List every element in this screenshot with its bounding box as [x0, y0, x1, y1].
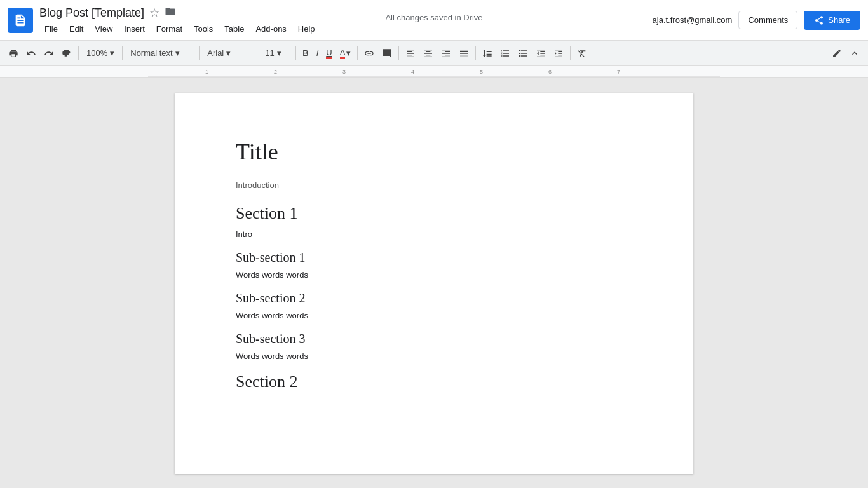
- size-dropdown-icon: ▾: [277, 48, 281, 58]
- menu-view[interactable]: View: [90, 23, 118, 35]
- menu-insert[interactable]: Insert: [119, 23, 150, 35]
- print-button[interactable]: [5, 44, 22, 62]
- bullet-list-button[interactable]: [515, 44, 531, 62]
- menu-file[interactable]: File: [39, 23, 63, 35]
- svg-text:1: 1: [205, 69, 208, 75]
- divider-9: [570, 46, 571, 60]
- svg-text:6: 6: [548, 69, 552, 75]
- divider-4: [257, 46, 257, 60]
- menu-format[interactable]: Format: [151, 23, 187, 35]
- expand-toolbar-button[interactable]: [846, 44, 863, 62]
- save-status: All changes saved in Drive: [385, 13, 482, 22]
- ruler: 1 2 3 4 5 6 7: [0, 66, 868, 78]
- svg-text:2: 2: [274, 69, 277, 75]
- subsection3-body[interactable]: Words words words: [236, 351, 632, 361]
- svg-text:3: 3: [342, 69, 346, 75]
- style-dropdown-icon: ▾: [175, 48, 180, 58]
- italic-button[interactable]: I: [313, 44, 322, 62]
- doc-introduction[interactable]: Introduction: [236, 180, 632, 190]
- divider-1: [78, 46, 79, 60]
- doc-title[interactable]: Blog Post [Template]: [39, 6, 144, 20]
- redo-button[interactable]: [41, 44, 57, 62]
- size-select[interactable]: 11 ▾: [261, 44, 292, 62]
- divider-2: [122, 46, 123, 60]
- doc-area: Title Introduction Section 1 Intro Sub-s…: [0, 78, 868, 488]
- user-email[interactable]: aja.t.frost@gmail.com: [653, 15, 733, 25]
- subsection1-body[interactable]: Words words words: [236, 270, 632, 280]
- comment-inline-button[interactable]: [379, 44, 395, 62]
- svg-text:4: 4: [411, 69, 414, 75]
- text-color-button[interactable]: A ▾: [337, 44, 355, 62]
- section1-intro[interactable]: Intro: [236, 229, 632, 239]
- menu-addons[interactable]: Add-ons: [250, 23, 291, 35]
- doc-title-area: Blog Post [Template] ☆ File Edit View In…: [39, 6, 653, 35]
- section2-heading[interactable]: Section 2: [236, 372, 632, 391]
- align-left-button[interactable]: [402, 44, 419, 62]
- divider-8: [475, 46, 476, 60]
- divider-3: [199, 46, 200, 60]
- text-color-dropdown-icon: ▾: [346, 48, 351, 58]
- page[interactable]: Title Introduction Section 1 Intro Sub-s…: [175, 93, 693, 474]
- zoom-dropdown-icon: ▾: [110, 48, 114, 58]
- align-center-button[interactable]: [420, 44, 437, 62]
- undo-button[interactable]: [23, 44, 39, 62]
- decrease-indent-button[interactable]: [532, 44, 549, 62]
- menu-bar: File Edit View Insert Format Tools Table…: [39, 23, 653, 35]
- divider-5: [295, 46, 296, 60]
- folder-icon[interactable]: [165, 6, 176, 20]
- zoom-select[interactable]: 100% ▾: [82, 44, 119, 62]
- link-button[interactable]: [361, 44, 377, 62]
- increase-indent-button[interactable]: [550, 44, 567, 62]
- numbered-list-button[interactable]: [497, 44, 513, 62]
- line-spacing-button[interactable]: [479, 44, 496, 62]
- comments-button[interactable]: Comments: [738, 11, 797, 29]
- doc-title-text[interactable]: Title: [236, 139, 632, 165]
- menu-help[interactable]: Help: [293, 23, 320, 35]
- subsection1-heading[interactable]: Sub-section 1: [236, 250, 632, 265]
- share-button[interactable]: Share: [804, 11, 860, 30]
- justify-button[interactable]: [456, 44, 472, 62]
- subsection2-body[interactable]: Words words words: [236, 311, 632, 320]
- font-select[interactable]: Arial ▾: [203, 44, 254, 62]
- star-icon[interactable]: ☆: [149, 6, 159, 20]
- underline-button[interactable]: U: [323, 44, 335, 62]
- toolbar: 100% ▾ Normal text ▾ Arial ▾ 11 ▾ B I U …: [0, 41, 868, 66]
- style-select[interactable]: Normal text ▾: [126, 44, 196, 62]
- paint-format-button[interactable]: [58, 44, 75, 62]
- svg-text:5: 5: [480, 69, 483, 75]
- align-right-button[interactable]: [438, 44, 454, 62]
- font-dropdown-icon: ▾: [226, 48, 231, 58]
- menu-edit[interactable]: Edit: [64, 23, 88, 35]
- divider-7: [398, 46, 399, 60]
- clear-formatting-button[interactable]: [574, 44, 590, 62]
- section1-heading[interactable]: Section 1: [236, 204, 632, 223]
- bold-button[interactable]: B: [299, 44, 311, 62]
- app-icon: [8, 8, 33, 33]
- svg-text:7: 7: [617, 69, 620, 75]
- subsection2-heading[interactable]: Sub-section 2: [236, 291, 632, 306]
- pen-tool-button[interactable]: [829, 44, 845, 62]
- menu-table[interactable]: Table: [219, 23, 249, 35]
- divider-6: [357, 46, 358, 60]
- subsection3-heading[interactable]: Sub-section 3: [236, 332, 632, 346]
- menu-tools[interactable]: Tools: [189, 23, 218, 35]
